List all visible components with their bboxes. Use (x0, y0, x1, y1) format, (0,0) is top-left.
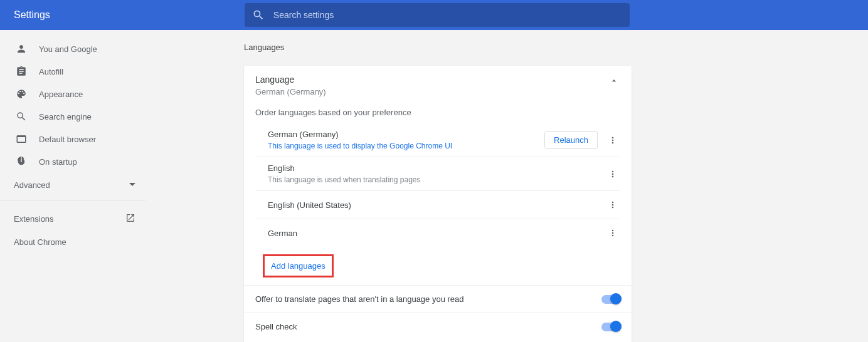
language-note: This language is used when translating p… (268, 175, 421, 184)
magnify-icon (15, 110, 28, 123)
order-preference-text: Order languages based on your preference (244, 104, 632, 123)
sidebar-item-autofill[interactable]: Autofill (0, 60, 146, 83)
app-header: Settings (0, 0, 868, 30)
search-input[interactable] (273, 10, 622, 20)
sidebar-item-appearance[interactable]: Appearance (0, 83, 146, 105)
more-options-button[interactable] (605, 197, 620, 212)
sidebar-advanced-toggle[interactable]: Advanced (0, 173, 146, 197)
language-name: German (Germany) (268, 130, 452, 139)
extensions-label: Extensions (14, 214, 54, 224)
sidebar-item-label: On startup (39, 157, 77, 167)
language-name: English (United States) (268, 200, 351, 210)
sidebar-item-label: Search engine (39, 112, 92, 122)
clipboard-icon (15, 65, 28, 78)
language-header-title: Language (255, 75, 326, 85)
language-list: German (Germany) This language is used t… (244, 123, 632, 247)
more-options-button[interactable] (605, 133, 620, 148)
more-options-button[interactable] (605, 167, 620, 182)
sidebar-item-you-and-google[interactable]: You and Google (0, 38, 146, 60)
offer-translate-row: Offer to translate pages that aren't in … (244, 285, 632, 313)
languages-card: Language German (Germany) Order language… (244, 66, 632, 342)
add-languages-button[interactable]: Add languages (263, 254, 334, 277)
offer-translate-toggle[interactable] (601, 295, 620, 304)
browser-icon (15, 133, 28, 145)
main-content: Languages Language German (Germany) Orde… (146, 30, 868, 342)
sidebar-item-default-browser[interactable]: Default browser (0, 128, 146, 150)
search-container[interactable] (245, 3, 630, 27)
section-title: Languages (244, 43, 868, 52)
spell-check-row: Spell check (244, 313, 632, 340)
caret-down-icon (129, 180, 135, 190)
sidebar-item-on-startup[interactable]: On startup (0, 150, 146, 173)
spell-check-toggle[interactable] (601, 323, 620, 331)
about-label: About Chrome (14, 237, 66, 247)
language-row: English This language is used when trans… (255, 157, 620, 191)
palette-icon (15, 88, 28, 100)
sidebar-item-label: Autofill (39, 67, 63, 76)
app-title: Settings (14, 9, 50, 21)
language-row: German (255, 219, 620, 247)
language-name: German (268, 229, 297, 238)
sidebar-item-label: Appearance (39, 90, 83, 99)
offer-translate-label: Offer to translate pages that aren't in … (255, 294, 464, 304)
sidebar-item-label: Default browser (39, 135, 96, 144)
sidebar-item-label: You and Google (39, 44, 97, 54)
chevron-up-icon (608, 75, 620, 87)
search-icon (252, 9, 265, 21)
sidebar-divider (0, 200, 146, 200)
language-note: This language is used to display the Goo… (268, 142, 452, 150)
language-row: German (Germany) This language is used t… (255, 123, 620, 157)
language-header-row[interactable]: Language German (Germany) (244, 66, 632, 104)
sidebar-item-extensions[interactable]: Extensions (0, 207, 146, 231)
sidebar-item-search-engine[interactable]: Search engine (0, 105, 146, 128)
language-row: English (United States) (255, 191, 620, 219)
person-icon (15, 43, 28, 55)
sidebar: You and Google Autofill Appearance Searc… (0, 30, 146, 342)
sidebar-item-about[interactable]: About Chrome (0, 231, 146, 253)
language-name: English (268, 163, 421, 173)
advanced-label: Advanced (14, 180, 50, 190)
more-options-button[interactable] (605, 225, 620, 241)
relaunch-button[interactable]: Relaunch (544, 131, 598, 149)
power-icon (15, 155, 28, 168)
open-external-icon (125, 213, 135, 225)
spell-check-label: Spell check (255, 322, 297, 331)
language-header-subtitle: German (Germany) (255, 87, 326, 96)
